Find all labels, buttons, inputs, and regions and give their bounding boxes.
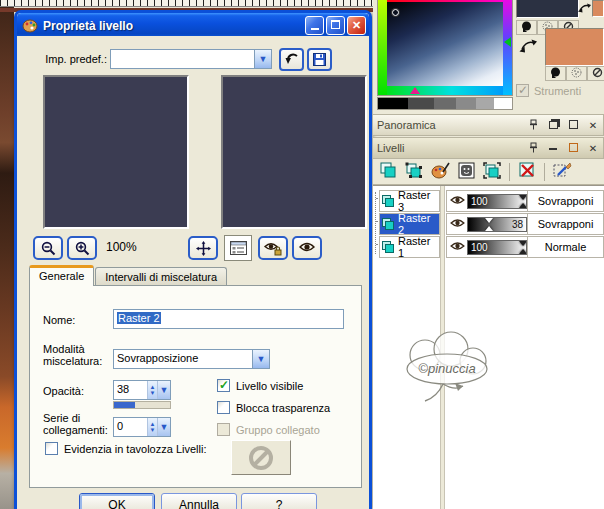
cancel-button[interactable]: Annulla bbox=[161, 493, 237, 509]
bg-transparent-button[interactable] bbox=[587, 66, 604, 81]
lock-transparency-label: Blocca trasparenza bbox=[236, 402, 330, 414]
layer-blend-mode[interactable]: Sovrapponi bbox=[527, 191, 603, 211]
ok-button[interactable]: OK bbox=[79, 493, 155, 509]
maximize-icon[interactable] bbox=[567, 120, 579, 131]
slider-chevron-icon[interactable]: ▼ bbox=[157, 381, 170, 399]
saturation-value-square[interactable] bbox=[387, 2, 503, 86]
new-group-layer-button[interactable] bbox=[481, 162, 503, 182]
layers-panel-header[interactable]: Livelli ✕ bbox=[373, 137, 604, 159]
layer-blend-mode[interactable]: Normale bbox=[527, 237, 603, 257]
help-button[interactable]: ? bbox=[241, 493, 317, 509]
tab-generale[interactable]: Generale bbox=[29, 265, 94, 286]
layer-row-name[interactable]: Raster 2 bbox=[379, 213, 440, 235]
close-icon[interactable]: ✕ bbox=[587, 143, 599, 154]
maximize-icon[interactable] bbox=[567, 143, 579, 154]
color-picker[interactable] bbox=[377, 0, 513, 96]
pan-button[interactable] bbox=[188, 236, 218, 260]
lock-transparency-checkbox[interactable] bbox=[217, 401, 230, 414]
dialog-titlebar[interactable]: Proprietà livello ✕ bbox=[17, 13, 369, 36]
minimize-icon[interactable] bbox=[547, 143, 559, 154]
hue-frame-bottom[interactable] bbox=[378, 86, 512, 95]
new-raster-layer-button[interactable] bbox=[377, 162, 399, 182]
gray-swatch[interactable] bbox=[456, 98, 476, 109]
swap-colors-icon[interactable] bbox=[518, 36, 538, 56]
hue-frame-left[interactable] bbox=[378, 0, 387, 95]
close-button[interactable]: ✕ bbox=[347, 16, 366, 35]
bg-pattern-button[interactable] bbox=[566, 66, 587, 81]
float-icon[interactable] bbox=[547, 119, 559, 131]
delete-layer-button[interactable] bbox=[516, 162, 538, 182]
zoom-out-button[interactable] bbox=[33, 236, 63, 260]
name-input[interactable]: Raster 2 bbox=[113, 309, 344, 329]
gray-swatch[interactable] bbox=[494, 98, 512, 109]
pin-icon[interactable] bbox=[527, 119, 539, 132]
hue-marker-bottom-icon[interactable] bbox=[410, 87, 420, 94]
gray-swatch[interactable] bbox=[378, 98, 408, 109]
chevron-down-icon[interactable]: ▼ bbox=[252, 350, 269, 368]
preset-row: Imp. predef.: ▼ bbox=[17, 46, 369, 72]
spinner-arrows-icon[interactable]: ▲▼ bbox=[147, 418, 157, 436]
overview-panel-header[interactable]: Panoramica ✕ bbox=[373, 114, 604, 136]
gray-swatch[interactable] bbox=[434, 98, 456, 109]
visibility-eye-icon[interactable] bbox=[447, 195, 467, 207]
opacity-thumb[interactable] bbox=[519, 195, 527, 208]
new-mask-layer-button[interactable] bbox=[455, 162, 477, 182]
preset-value bbox=[111, 50, 254, 68]
background-swatch[interactable] bbox=[545, 28, 604, 66]
swap-colors-small-icon[interactable] bbox=[577, 1, 592, 16]
layer-visible-checkbox[interactable] bbox=[217, 379, 230, 392]
fg-solid-color-button[interactable] bbox=[516, 20, 537, 35]
corner-swatch[interactable] bbox=[592, 0, 604, 17]
gray-swatch[interactable] bbox=[408, 98, 434, 109]
link-set-spinner[interactable]: 0 ▲▼ ▼ bbox=[113, 417, 171, 437]
name-value: Raster 2 bbox=[117, 312, 161, 324]
tools-label: Strumenti bbox=[534, 85, 581, 97]
reset-preset-button[interactable] bbox=[279, 48, 304, 71]
auto-proof-button[interactable] bbox=[258, 236, 288, 260]
materials-palette: Strumenti bbox=[373, 0, 604, 114]
gray-swatch[interactable] bbox=[476, 98, 494, 109]
blend-mode-combobox[interactable]: Sovrapposizione ▼ bbox=[113, 349, 270, 369]
tab-intervalli[interactable]: Intervalli di miscelatura bbox=[95, 267, 227, 286]
preview-after-image bbox=[223, 77, 365, 227]
opacity-spinner[interactable]: 38 ▲▼ ▼ bbox=[113, 380, 171, 400]
grayscale-swatch-strip[interactable] bbox=[377, 97, 513, 110]
layer-opacity-slider[interactable]: 100 bbox=[467, 194, 527, 209]
zoom-in-button[interactable] bbox=[67, 236, 97, 260]
preset-combobox[interactable]: ▼ bbox=[110, 49, 272, 69]
eye-icon bbox=[299, 241, 315, 253]
new-vector-layer-button[interactable] bbox=[403, 162, 425, 182]
maximize-button[interactable] bbox=[326, 16, 345, 35]
layer-panel-icon bbox=[230, 241, 247, 255]
layer-name: Raster 2 bbox=[398, 212, 439, 236]
save-preset-button[interactable] bbox=[307, 48, 332, 71]
bg-solid-color-button[interactable] bbox=[545, 66, 566, 81]
close-icon[interactable]: ✕ bbox=[587, 120, 599, 131]
opacity-mini-slider[interactable] bbox=[113, 401, 171, 409]
slider-chevron-icon[interactable]: ▼ bbox=[157, 418, 170, 436]
chevron-down-icon[interactable]: ▼ bbox=[254, 50, 271, 68]
layer-row-name[interactable]: Raster 3 bbox=[379, 190, 440, 212]
color-marker-icon[interactable] bbox=[392, 9, 399, 16]
minimize-button[interactable] bbox=[305, 16, 324, 35]
opacity-thumb[interactable] bbox=[519, 241, 527, 254]
visibility-eye-icon[interactable] bbox=[447, 218, 467, 230]
hue-frame-right[interactable] bbox=[503, 0, 512, 95]
layer-blend-mode[interactable]: Sovrapponi bbox=[527, 214, 603, 234]
layer-name: Raster 3 bbox=[398, 189, 439, 213]
layer-name: Raster 1 bbox=[398, 235, 439, 259]
layer-opacity-slider[interactable]: 100 bbox=[467, 240, 527, 255]
highlight-in-palette-checkbox[interactable] bbox=[45, 442, 58, 455]
layer-row-name[interactable]: Raster 1 bbox=[379, 236, 440, 258]
layer-opacity-slider[interactable]: 38 bbox=[467, 217, 527, 232]
proof-button[interactable] bbox=[292, 236, 322, 260]
pin-icon[interactable] bbox=[527, 142, 539, 155]
hue-marker-right-icon[interactable] bbox=[504, 37, 511, 47]
show-settings-toggle[interactable] bbox=[224, 235, 252, 261]
new-art-media-layer-button[interactable] bbox=[429, 162, 451, 182]
visibility-eye-icon[interactable] bbox=[447, 241, 467, 253]
spinner-arrows-icon[interactable]: ▲▼ bbox=[147, 381, 157, 399]
foreground-swatch[interactable] bbox=[516, 0, 579, 18]
edit-selection-button[interactable] bbox=[551, 162, 573, 182]
opacity-thumb[interactable] bbox=[485, 218, 494, 231]
